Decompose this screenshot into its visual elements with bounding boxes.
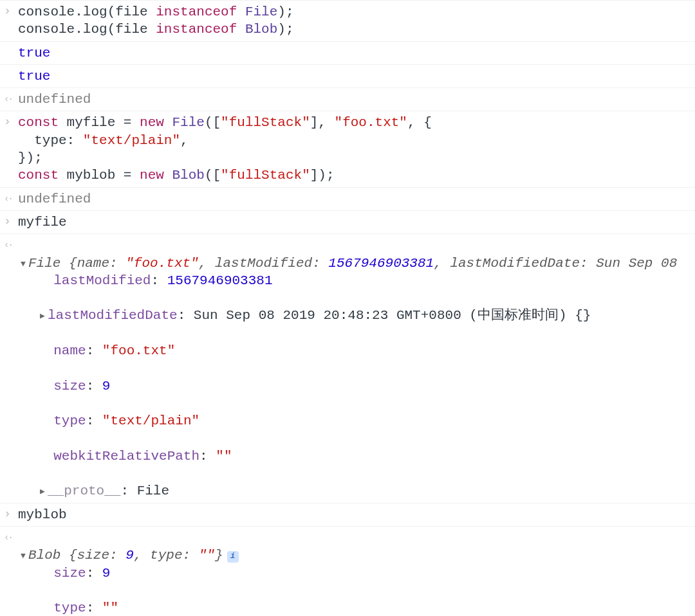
console-return-row: File {name: "foo.txt", lastModified: 156… xyxy=(0,233,695,502)
console-return-row: undefined xyxy=(0,187,695,210)
console-return-row: undefined xyxy=(0,87,695,111)
output-icon xyxy=(4,528,18,545)
return-value: undefined xyxy=(18,89,695,109)
object-property[interactable]: size: 9 xyxy=(18,377,695,395)
code-line[interactable]: myblob xyxy=(18,505,695,525)
output-icon xyxy=(4,235,18,252)
object-expanded: File {name: "foo.txt", lastModified: 156… xyxy=(18,235,695,501)
input-icon xyxy=(4,113,18,129)
input-icon xyxy=(4,2,18,19)
input-icon xyxy=(4,505,18,521)
chevron-right-icon[interactable] xyxy=(37,487,48,498)
return-value: undefined xyxy=(18,189,695,209)
object-property[interactable]: name: "foo.txt" xyxy=(18,342,695,359)
console-return-row: Blob {size: 9, type: ""}i size: 9 type: … xyxy=(0,526,695,616)
log-value: true xyxy=(18,66,695,86)
console-log-row: true xyxy=(0,41,695,64)
chevron-down-icon[interactable] xyxy=(18,259,28,270)
console-input-row: console.log(file instanceof File); conso… xyxy=(0,0,695,41)
object-property[interactable]: lastModifiedDate: Sun Sep 08 2019 20:48:… xyxy=(18,307,695,324)
console-input-row: const myfile = new File(["fullStack"], "… xyxy=(0,111,695,186)
code-line[interactable]: myfile xyxy=(18,212,695,232)
object-property[interactable]: lastModified: 1567946903381 xyxy=(18,272,695,289)
code-line[interactable]: console.log(file instanceof File); conso… xyxy=(18,2,695,40)
object-property[interactable]: webkitRelativePath: "" xyxy=(18,448,695,465)
object-expanded: Blob {size: 9, type: ""}i size: 9 type: … xyxy=(18,528,695,616)
output-icon xyxy=(4,89,18,106)
code-line[interactable]: const myfile = new File(["fullStack"], "… xyxy=(18,113,695,185)
chevron-down-icon[interactable] xyxy=(18,551,28,562)
console-input-row: myfile xyxy=(0,210,695,233)
output-icon xyxy=(4,189,18,206)
object-property[interactable]: type: "text/plain" xyxy=(18,412,695,430)
blank-gutter xyxy=(4,66,18,68)
object-property[interactable]: size: 9 xyxy=(18,565,695,582)
console-input-row: myblob xyxy=(0,503,695,526)
input-icon xyxy=(4,212,18,229)
object-property[interactable]: __proto__: File xyxy=(18,482,695,500)
object-property[interactable]: type: "" xyxy=(18,599,695,616)
log-value: true xyxy=(18,43,695,63)
chevron-right-icon[interactable] xyxy=(37,311,48,322)
console-log-row: true xyxy=(0,64,695,87)
info-icon[interactable]: i xyxy=(227,551,239,563)
blank-gutter xyxy=(4,43,18,45)
